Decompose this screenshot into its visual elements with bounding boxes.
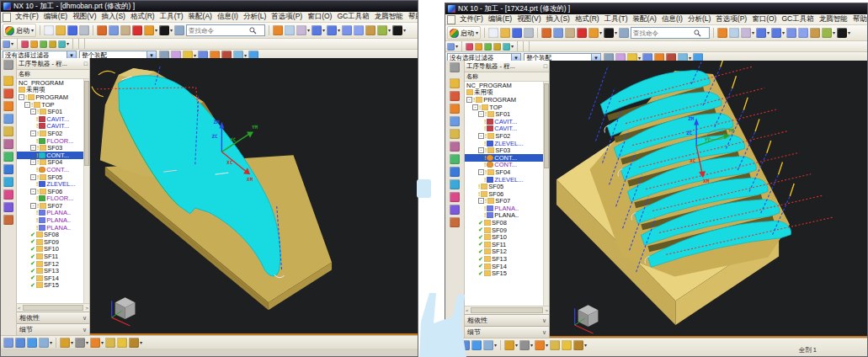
menu-item-0[interactable]: 文件(F): [13, 12, 41, 22]
tool-display-icon-button[interactable]: [810, 28, 820, 38]
tree-row-sf05[interactable]: -!SF05: [17, 173, 89, 181]
tree-hscrollbar[interactable]: <>: [465, 306, 549, 314]
shaded-view-icon-button[interactable]: ▾: [312, 25, 325, 35]
expander-icon[interactable]: -: [30, 131, 36, 136]
expander-icon[interactable]: -: [478, 111, 484, 117]
tree-row-sf02[interactable]: -!SF02: [17, 130, 89, 137]
simulate-icon-button[interactable]: [550, 340, 560, 350]
command-finder[interactable]: [186, 24, 265, 36]
tree-row-sf02[interactable]: -!SF02: [465, 132, 549, 140]
open-folder-icon-button[interactable]: [56, 25, 66, 35]
assembly-sequence-icon-button[interactable]: [460, 340, 470, 350]
assembly-navigator-icon-button[interactable]: [450, 78, 460, 88]
tree-row-sf07[interactable]: -!SF07: [17, 202, 89, 210]
window-layout-icon-button[interactable]: [273, 25, 283, 35]
assembly-cube-icon-button[interactable]: [798, 28, 808, 38]
tree-row-sf14[interactable]: ✔SF14: [465, 263, 549, 270]
tree-row-sf03[interactable]: -!SF03: [465, 147, 549, 154]
wireframe-view-icon-button[interactable]: [786, 28, 796, 38]
menu-item-11[interactable]: GC工具箱: [779, 14, 816, 24]
undo-icon-button[interactable]: ▾: [144, 25, 157, 35]
tree-hscrollbar[interactable]: <>: [17, 303, 89, 312]
new-file-icon-button[interactable]: [488, 28, 498, 38]
tool-display-icon-button[interactable]: [365, 25, 375, 35]
select-handle-icon-button[interactable]: [3, 338, 13, 348]
pattern-component-icon-button[interactable]: [40, 40, 47, 48]
select-handle-icon-button[interactable]: [448, 340, 458, 350]
scroll-thumb[interactable]: [471, 307, 544, 313]
verify-toolpath-icon-button[interactable]: ▾: [90, 338, 104, 348]
tree-row-sf11[interactable]: ✔SF11: [17, 253, 89, 260]
name-column-header[interactable]: 名称: [17, 70, 89, 79]
move-component-icon-button[interactable]: [475, 43, 482, 51]
tree-row-cont[interactable]: !CONT...: [465, 154, 549, 162]
scroll-left-icon[interactable]: <: [18, 306, 21, 311]
tree-row-sf15[interactable]: ✔SF15: [465, 269, 549, 277]
menu-item-4[interactable]: 格式(R): [128, 12, 157, 22]
rotate-view-icon-button[interactable]: ▾: [741, 28, 754, 38]
tree-row-sf04[interactable]: -!SF04: [17, 159, 89, 167]
expander-icon[interactable]: -: [24, 102, 30, 108]
menu-item-7[interactable]: 信息(I): [659, 14, 685, 24]
measure-icon-button[interactable]: ▾: [39, 338, 52, 348]
assembly-navigator-icon-button[interactable]: [3, 76, 13, 86]
expander-icon[interactable]: -: [30, 145, 36, 151]
materials-icon-button[interactable]: [450, 205, 460, 215]
tree-row-sf05[interactable]: !SF05: [465, 183, 549, 190]
scroll-thumb[interactable]: [84, 81, 89, 166]
expander-icon[interactable]: -: [30, 174, 36, 180]
materials-icon-button[interactable]: [3, 202, 13, 212]
undock-icon[interactable]: □: [84, 61, 88, 67]
save-icon-button[interactable]: [512, 28, 522, 38]
expander-icon[interactable]: -: [30, 203, 36, 209]
zoom-icon-button[interactable]: [729, 28, 739, 38]
tree-row-sf13[interactable]: ✔SF13: [465, 255, 549, 263]
open-folder-icon-button[interactable]: [500, 28, 510, 38]
operation-navigator-icon-button[interactable]: [450, 116, 460, 126]
tree-row-sf10[interactable]: ✔SF10: [465, 233, 549, 241]
menu-item-9[interactable]: 首选项(P): [713, 14, 749, 24]
start-menu-button[interactable]: 启动 ▾: [447, 26, 481, 40]
copy-icon-button[interactable]: [553, 28, 563, 38]
tree-row-plana[interactable]: !PLANA..: [17, 216, 89, 224]
expander-icon[interactable]: -: [30, 109, 36, 115]
tree-row-plana[interactable]: !PLANA..: [465, 212, 549, 220]
wave-link-icon-button[interactable]: [49, 40, 56, 48]
history-icon-button[interactable]: [450, 179, 460, 189]
part-navigator-icon-button[interactable]: [450, 104, 460, 114]
expander-icon[interactable]: -: [478, 147, 484, 153]
expander-icon[interactable]: -: [478, 133, 484, 139]
details-panel[interactable]: 细节∨: [465, 326, 549, 338]
save-icon-button[interactable]: [67, 25, 77, 35]
details-panel[interactable]: 细节∨: [17, 323, 89, 335]
expander-icon[interactable]: -: [30, 189, 36, 194]
tree-row-plana[interactable]: !PLANA..: [465, 205, 549, 212]
tree-row-plana[interactable]: !PLANA..: [17, 210, 89, 217]
touch-mode-icon-button[interactable]: [174, 25, 184, 35]
scroll-right-icon[interactable]: >: [545, 308, 548, 313]
palettes-icon-button[interactable]: [450, 192, 460, 202]
paste-icon-button[interactable]: [120, 25, 130, 35]
new-file-icon-button[interactable]: [44, 25, 54, 35]
tree-row-cont[interactable]: !CONT...: [17, 152, 89, 159]
menu-item-5[interactable]: 工具(T): [602, 14, 631, 24]
tree-row-cavit[interactable]: !CAVIT...: [17, 123, 89, 131]
tree-row-sf09[interactable]: ✔SF09: [465, 226, 549, 234]
tree-row-floor[interactable]: !FLOOR...: [17, 195, 89, 203]
tree-row-sf09[interactable]: ✔SF09: [17, 238, 89, 246]
tree-row-cavit[interactable]: !CAVIT...: [465, 118, 549, 125]
menu-item-5[interactable]: 工具(T): [157, 12, 186, 22]
tree-row-sf15[interactable]: ✔SF15: [17, 282, 89, 290]
background-color-icon-button[interactable]: ▾: [837, 28, 850, 38]
graphics-window[interactable]: ZM ZC YM YC XC XM: [90, 58, 418, 335]
constraint-navigator-icon-button[interactable]: [3, 88, 13, 99]
menu-item-3[interactable]: 插入(S): [99, 12, 128, 22]
reuse-library-icon-button[interactable]: [3, 139, 13, 149]
menu-item-12[interactable]: 龙腾智能: [817, 14, 850, 24]
menu-item-8[interactable]: 分析(L): [685, 14, 713, 24]
post-process-icon-button[interactable]: [117, 338, 127, 348]
title-bar[interactable]: NX 10 - 加工 - [dhmoban.prt (修改的) ]: [1, 1, 418, 12]
verify-toolpath-icon-button[interactable]: ▾: [535, 340, 548, 350]
tree-row-sf13[interactable]: ✔SF13: [17, 267, 89, 274]
menu-item-3[interactable]: 插入(S): [544, 14, 572, 24]
